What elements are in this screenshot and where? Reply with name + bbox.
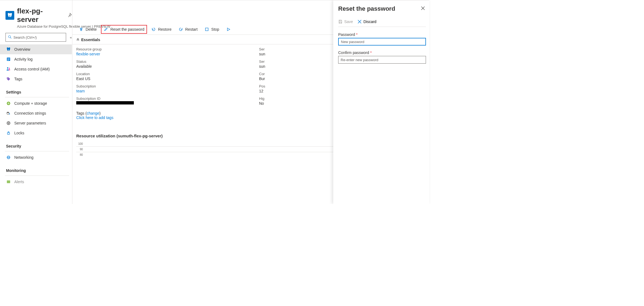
stop-icon — [205, 27, 209, 32]
discard-label: Discard — [363, 19, 376, 24]
svg-rect-4 — [7, 59, 10, 59]
svg-line-1 — [10, 37, 12, 38]
sidebar-item-server-parameters[interactable]: Server parameters — [0, 118, 72, 128]
svg-rect-3 — [7, 58, 10, 59]
sidebar-item-overview[interactable]: Overview — [0, 44, 72, 54]
resource-title-block: flex-pg-server — [5, 7, 72, 24]
save-label: Save — [344, 19, 353, 24]
resource-subtitle: Azure Database for PostgreSQL flexible s… — [17, 24, 72, 29]
start-button[interactable] — [224, 25, 231, 34]
pin-icon[interactable] — [67, 13, 72, 18]
access-control-icon — [6, 67, 11, 72]
chevron-up-icon — [76, 38, 80, 42]
sidebar-item-compute-storage[interactable]: Compute + storage — [0, 98, 72, 108]
networking-icon — [6, 155, 11, 160]
subscription-id-label: Subscription ID — [76, 97, 243, 101]
sidebar-group-settings: Settings — [5, 84, 69, 97]
sidebar-item-label: Compute + storage — [14, 101, 47, 106]
delete-icon — [79, 27, 83, 32]
restart-label: Restart — [185, 27, 197, 32]
sidebar-item-label: Connection strings — [14, 111, 46, 115]
chart-tick: 100 — [76, 142, 83, 145]
reset-password-button[interactable]: Reset the password — [101, 25, 147, 34]
locks-icon — [6, 131, 11, 135]
password-label: Password * — [338, 32, 426, 37]
sidebar-search[interactable] — [5, 33, 66, 42]
server-parameters-icon — [6, 121, 11, 126]
sidebar-item-access-control[interactable]: Access control (IAM) — [0, 64, 72, 74]
reset-password-label: Reset the password — [110, 27, 144, 32]
reset-password-panel: Reset the password Save Discard Password… — [333, 0, 429, 204]
restart-button[interactable]: Restart — [176, 25, 200, 34]
sidebar-item-label: Locks — [14, 131, 24, 135]
status-label: Status — [76, 59, 243, 64]
sidebar-item-networking[interactable]: Networking — [0, 152, 72, 162]
tags-add-link[interactable]: Click here to add tags — [76, 115, 113, 120]
location-value: East US — [76, 76, 243, 81]
save-button[interactable]: Save — [338, 19, 353, 24]
confirm-password-input[interactable] — [338, 56, 426, 64]
search-icon — [8, 35, 12, 40]
panel-title: Reset the password — [338, 5, 395, 12]
essentials-heading: Essentials — [81, 38, 100, 42]
subscription-link[interactable]: team — [76, 89, 243, 93]
sidebar-item-locks[interactable]: Locks — [0, 128, 72, 138]
svg-point-7 — [9, 68, 10, 69]
delete-button[interactable]: Delete — [76, 25, 99, 34]
sidebar-item-label: Activity log — [14, 57, 33, 61]
password-input[interactable] — [338, 38, 426, 46]
tags-label-end: ) — [99, 111, 101, 115]
sidebar-item-label: Overview — [14, 47, 30, 52]
tags-icon — [6, 76, 11, 81]
overview-icon — [6, 47, 11, 52]
subscription-label: Subscription — [76, 84, 243, 88]
resource-title: flex-pg-server — [17, 7, 63, 24]
discard-button[interactable]: Discard — [357, 19, 376, 24]
stop-button[interactable]: Stop — [202, 25, 222, 34]
sidebar: flex-pg-server Azure Database for Postgr… — [0, 0, 72, 204]
edit-icon — [104, 27, 108, 32]
svg-point-12 — [7, 112, 9, 113]
alerts-icon — [6, 179, 11, 184]
restore-label: Restore — [158, 27, 171, 32]
start-icon — [226, 27, 231, 32]
svg-rect-15 — [7, 133, 10, 134]
sidebar-item-tags[interactable]: Tags — [0, 74, 72, 84]
delete-label: Delete — [86, 27, 97, 32]
close-panel-button[interactable] — [420, 5, 426, 12]
tags-change-link[interactable]: change — [87, 111, 99, 115]
sidebar-item-label: Tags — [14, 77, 22, 81]
svg-point-6 — [7, 67, 9, 69]
tags-label: Tags ( — [76, 111, 87, 115]
sidebar-item-label: Server parameters — [14, 121, 46, 125]
svg-point-11 — [8, 103, 9, 104]
svg-rect-19 — [7, 180, 10, 183]
svg-rect-5 — [7, 60, 9, 60]
sidebar-item-activity-log[interactable]: Activity log — [0, 54, 72, 64]
compute-storage-icon — [6, 101, 11, 106]
svg-point-14 — [8, 123, 9, 124]
confirm-password-label: Confirm password * — [338, 50, 426, 55]
subscription-id-value — [76, 101, 134, 104]
sidebar-item-label: Networking — [14, 155, 33, 160]
resource-group-link[interactable]: flexible-server — [76, 52, 243, 56]
sidebar-group-security: Security — [5, 138, 69, 151]
svg-rect-20 — [205, 28, 208, 31]
sidebar-group-monitoring: Monitoring — [5, 162, 69, 176]
restart-icon — [179, 27, 183, 32]
sidebar-item-connection-strings[interactable]: Connection strings — [0, 108, 72, 118]
status-value: Available — [76, 64, 243, 69]
restore-button[interactable]: Restore — [149, 25, 174, 34]
svg-point-8 — [7, 78, 8, 78]
sidebar-search-input[interactable] — [13, 35, 64, 39]
chart-tick: 80 — [76, 153, 83, 156]
sidebar-item-label: Access control (IAM) — [14, 67, 50, 71]
sidebar-item-alerts[interactable]: Alerts — [0, 177, 72, 187]
location-label: Location — [76, 72, 243, 76]
discard-icon — [357, 19, 362, 24]
collapse-sidebar-icon[interactable]: « — [70, 35, 72, 39]
save-icon — [338, 19, 343, 24]
stop-label: Stop — [211, 27, 219, 32]
sidebar-item-label: Alerts — [14, 180, 24, 184]
svg-point-0 — [9, 35, 11, 38]
